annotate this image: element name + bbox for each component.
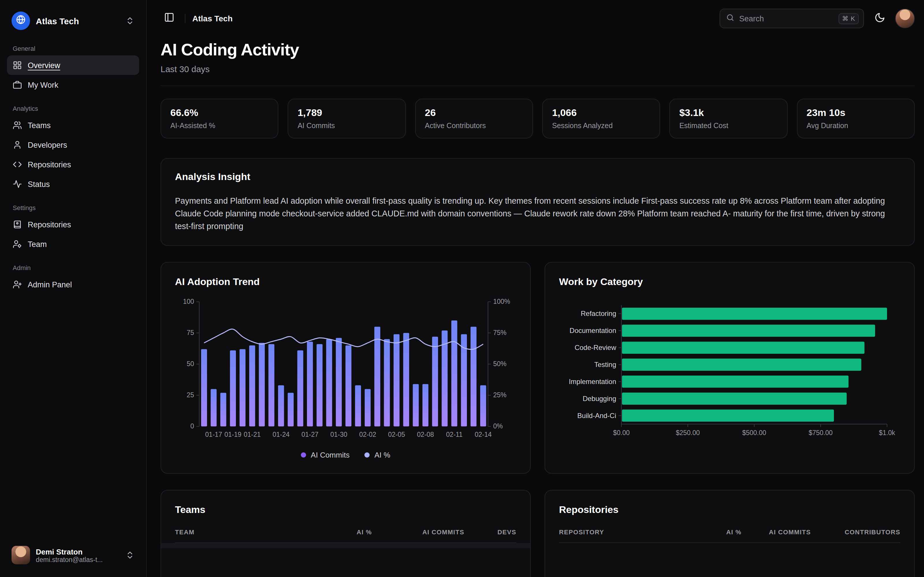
col-ai-pct: AI % <box>320 529 372 536</box>
stat-label: AI-Assisted % <box>170 122 269 130</box>
col-devs: Devs <box>464 529 516 536</box>
section-label-analytics: Analytics <box>7 105 139 112</box>
topbar-divider <box>185 14 186 23</box>
page-header: AI Coding Activity Last 30 days <box>160 37 915 86</box>
svg-text:02-02: 02-02 <box>359 431 376 438</box>
briefcase-icon <box>13 80 22 89</box>
user-email: demi.straton@atlas-t... <box>36 556 120 563</box>
col-ai-pct: AI % <box>690 529 741 536</box>
section-label-general: General <box>7 45 139 52</box>
sidebar-item-developers[interactable]: Developers <box>7 135 139 155</box>
svg-text:02-08: 02-08 <box>417 431 434 438</box>
svg-text:Testing: Testing <box>594 361 616 369</box>
brand-logo <box>11 11 30 30</box>
stat-label: Active Contributors <box>425 122 523 130</box>
workspace-switcher[interactable]: Atlas Tech <box>7 7 139 35</box>
col-ai-commits: AI Commits <box>741 529 811 536</box>
svg-text:$0.00: $0.00 <box>613 429 630 437</box>
search-input[interactable] <box>739 14 834 23</box>
theme-toggle-button[interactable] <box>871 10 888 27</box>
sidebar-item-repo-settings[interactable]: Repositories <box>7 214 139 234</box>
legend-dot <box>365 453 370 458</box>
legend-item-ai-pct[interactable]: AI % <box>365 451 390 459</box>
svg-text:$250.00: $250.00 <box>676 429 699 437</box>
user-avatar <box>11 546 30 564</box>
svg-text:01-21: 01-21 <box>244 431 261 438</box>
col-team: Team <box>175 529 320 536</box>
insight-body: Payments and Platform lead AI adoption w… <box>175 195 900 233</box>
users-gear-icon <box>13 280 22 289</box>
repo-settings-icon <box>13 220 22 229</box>
stat-label: AI Commits <box>298 122 396 130</box>
svg-text:02-11: 02-11 <box>446 431 463 438</box>
chart-title: AI Adoption Trend <box>175 277 516 288</box>
svg-text:Code-Review: Code-Review <box>575 344 617 352</box>
user-menu[interactable]: Demi Straton demi.straton@atlas-t... <box>7 541 139 569</box>
chevrons-up-down-icon <box>125 16 134 26</box>
col-contributors: Contributors <box>811 529 900 536</box>
svg-text:Build-And-Ci: Build-And-Ci <box>577 412 616 420</box>
svg-text:0: 0 <box>190 423 194 430</box>
search-icon <box>726 13 735 24</box>
stat-card-active-contributors: 26 Active Contributors <box>415 99 533 139</box>
stat-label: Estimated Cost <box>679 122 778 130</box>
stat-card-cost: $3.1k Estimated Cost <box>670 99 788 139</box>
main-area: Atlas Tech ⌘ K AI Coding Activity Last 3… <box>147 0 924 577</box>
users-icon <box>13 121 22 130</box>
svg-text:100%: 100% <box>493 298 510 306</box>
stat-value: 23m 10s <box>806 107 905 119</box>
ai-adoption-trend-chart[interactable]: 00%2525%5050%7575%100100%01-1701-1901-21… <box>175 296 518 445</box>
stat-label: Avg Duration <box>806 122 905 130</box>
svg-text:75%: 75% <box>493 329 506 337</box>
sidebar-toggle-button[interactable] <box>160 10 178 27</box>
workspace-name: Atlas Tech <box>36 16 120 26</box>
analysis-insight-card: Analysis Insight Payments and Platform l… <box>160 158 915 246</box>
sidebar-item-overview[interactable]: Overview <box>7 55 139 75</box>
app-window: Atlas Tech General Overview My Work Anal… <box>0 0 924 577</box>
panel-left-icon <box>164 12 174 25</box>
svg-text:25: 25 <box>187 392 194 399</box>
legend-dot <box>301 453 306 458</box>
teams-card: Teams Team AI % AI Commits Devs <box>160 490 531 577</box>
table-row[interactable] <box>161 543 530 548</box>
repositories-title: Repositories <box>559 504 900 516</box>
work-by-category-card: Work by Category RefactoringDocumentatio… <box>544 262 915 474</box>
stat-value: 1,066 <box>552 107 651 119</box>
svg-text:50: 50 <box>187 360 194 368</box>
tables-row: Teams Team AI % AI Commits Devs Reposito… <box>160 490 915 577</box>
teams-table-header: Team AI % AI Commits Devs <box>175 529 516 543</box>
chart-title: Work by Category <box>559 277 900 288</box>
sidebar-item-teams[interactable]: Teams <box>7 115 139 135</box>
stat-card-ai-assisted: 66.6% AI-Assisted % <box>160 99 279 139</box>
page-content: AI Coding Activity Last 30 days 66.6% AI… <box>147 37 924 577</box>
legend-item-ai-commits[interactable]: AI Commits <box>301 451 349 459</box>
code-icon <box>13 160 22 169</box>
col-repository: Repository <box>559 529 690 536</box>
work-by-category-chart[interactable]: RefactoringDocumentationCode-ReviewTesti… <box>559 302 902 444</box>
svg-text:75: 75 <box>187 329 194 337</box>
svg-text:$1.0k: $1.0k <box>879 429 895 437</box>
stat-value: 1,789 <box>298 107 396 119</box>
stats-row: 66.6% AI-Assisted % 1,789 AI Commits 26 … <box>160 99 915 139</box>
moon-icon <box>874 12 885 25</box>
svg-text:Implementation: Implementation <box>569 378 616 386</box>
sidebar-nav: General Overview My Work Analytics Teams… <box>7 35 139 294</box>
page-subtitle: Last 30 days <box>160 64 915 74</box>
profile-avatar[interactable] <box>895 9 915 28</box>
sidebar-item-status[interactable]: Status <box>7 174 139 194</box>
stat-card-duration: 23m 10s Avg Duration <box>796 99 915 139</box>
svg-text:01-24: 01-24 <box>273 431 290 438</box>
svg-text:0%: 0% <box>493 423 503 430</box>
stat-card-sessions: 1,066 Sessions Analyzed <box>542 99 661 139</box>
svg-text:25%: 25% <box>493 392 506 399</box>
chart-legend: AI Commits AI % <box>175 451 516 459</box>
sidebar-item-my-work[interactable]: My Work <box>7 75 139 95</box>
user-icon <box>13 140 22 150</box>
sidebar-item-team-settings[interactable]: Team <box>7 234 139 254</box>
stat-card-ai-commits: 1,789 AI Commits <box>288 99 406 139</box>
sidebar-item-repositories[interactable]: Repositories <box>7 155 139 174</box>
repositories-card: Repositories Repository AI % AI Commits … <box>544 490 915 577</box>
activity-icon <box>13 179 22 189</box>
sidebar-item-admin-panel[interactable]: Admin Panel <box>7 275 139 294</box>
search-shortcut-badge: ⌘ K <box>838 13 859 24</box>
